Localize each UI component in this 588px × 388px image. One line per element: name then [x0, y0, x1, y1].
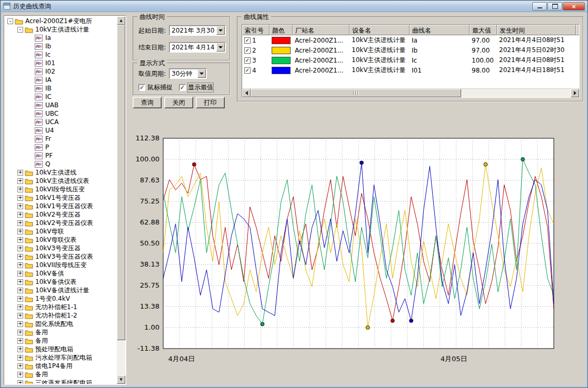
expand-icon[interactable]: + [17, 330, 23, 335]
close-button[interactable]: × [563, 2, 585, 11]
expand-icon[interactable]: + [17, 279, 23, 285]
tree-item[interactable]: +10kV母联仪表 [5, 236, 117, 244]
tree-item[interactable]: +10kV母联 [5, 227, 117, 236]
expand-icon[interactable]: + [17, 212, 23, 218]
collapse-icon[interactable]: - [7, 18, 13, 24]
scroll-left-icon[interactable] [242, 89, 251, 97]
expand-icon[interactable]: + [17, 338, 23, 344]
tree-item[interactable]: +三效蒸发系统配电箱 [5, 379, 117, 384]
tree-item[interactable]: +无功补偿柜1-1 [5, 303, 117, 311]
tree-item[interactable]: +10kV3号变压器 [5, 244, 117, 252]
tree-item[interactable]: UCA [5, 118, 117, 126]
expand-icon[interactable]: + [17, 271, 23, 277]
table-header-cell[interactable]: 最大值 [470, 25, 497, 35]
tree-item[interactable]: UBC [5, 109, 117, 118]
tree-item[interactable]: Ib [5, 42, 117, 50]
expand-icon[interactable]: + [17, 254, 23, 260]
tree-item[interactable]: +10kV2号变压器 [5, 210, 117, 219]
start-date-dropdown-icon[interactable] [216, 26, 225, 35]
expand-icon[interactable]: + [17, 229, 23, 234]
expand-icon[interactable]: + [17, 380, 23, 384]
table-hscrollbar[interactable] [242, 88, 579, 97]
table-header-cell[interactable]: 颜色 [270, 25, 293, 35]
maximize-button[interactable] [547, 2, 562, 11]
tree-item[interactable]: +备用 [5, 328, 117, 336]
expand-icon[interactable]: + [17, 355, 23, 361]
tree-scrollbar[interactable]: ▲ ▼ [117, 16, 125, 384]
end-date-dropdown-icon[interactable] [216, 43, 225, 52]
expand-icon[interactable]: + [17, 296, 23, 302]
end-date-select[interactable]: 2021年 4月14 [169, 42, 226, 53]
tree-item[interactable]: +预处理配电箱 [5, 345, 117, 353]
hscrollbar-thumb[interactable] [251, 89, 461, 97]
table-row[interactable]: ✓1Acrel-2000Z1...10kV主供进线计量Ia97.002021年4… [242, 35, 579, 45]
show-extremes-checkbox[interactable]: ✓ 显示最值 [179, 83, 213, 92]
tree-item[interactable]: +10kVII段母线压变 [5, 261, 117, 269]
tree-item[interactable]: +10kV3号变压器仪表 [5, 252, 117, 261]
expand-icon[interactable]: + [17, 304, 23, 310]
row-checkbox[interactable]: ✓ [244, 37, 251, 44]
query-button[interactable]: 查询 [133, 97, 162, 108]
collapse-icon[interactable]: - [17, 27, 23, 33]
expand-icon[interactable]: + [17, 313, 23, 319]
expand-icon[interactable]: + [17, 288, 23, 293]
tree-item[interactable]: +1号变0.4kV [5, 294, 117, 303]
tree-item[interactable]: P [5, 143, 117, 151]
row-checkbox[interactable]: ✓ [244, 47, 251, 54]
tree-item[interactable]: UAB [5, 101, 117, 109]
expand-icon[interactable]: + [17, 246, 23, 251]
expand-icon[interactable]: + [17, 346, 23, 352]
tree-item[interactable]: PF [5, 151, 117, 160]
expand-icon[interactable]: + [17, 321, 23, 327]
tree-item[interactable]: +10kVI段母线压变 [5, 185, 117, 193]
tree-item[interactable]: +10kV主供进线仪表 [5, 177, 117, 185]
expand-icon[interactable]: + [17, 363, 23, 369]
tree-item[interactable]: -Acrel-2000Z1#变电所 [5, 17, 117, 25]
expand-icon[interactable]: + [17, 187, 23, 192]
table-header-cell[interactable]: 索引号 [242, 25, 270, 35]
tree-item[interactable]: Q [5, 160, 117, 168]
tree-item[interactable]: +污水处理车间配电箱 [5, 353, 117, 362]
expand-icon[interactable]: + [17, 237, 23, 243]
table-header-cell[interactable]: 设备名 [350, 25, 410, 35]
titlebar[interactable]: 历史曲线查询 × [1, 1, 587, 12]
minimize-button[interactable] [532, 2, 547, 11]
tree-item[interactable]: Fr [5, 135, 117, 143]
tree-item[interactable]: +10kV主供进线 [5, 168, 117, 177]
table-header-cell[interactable]: 曲线名 [410, 25, 470, 35]
tree-item[interactable]: +10kV备供 [5, 269, 117, 278]
table-row[interactable]: ✓2Acrel-2000Z1...10kV主供进线计量Ib97.002021年4… [242, 45, 579, 55]
tree-item[interactable]: +备用 [5, 370, 117, 379]
tree-item[interactable]: +固化系统配电 [5, 320, 117, 328]
close-action-button[interactable]: 关闭 [164, 97, 193, 108]
tree-item[interactable]: +10kV1号变压器仪表 [5, 202, 117, 210]
row-checkbox[interactable]: ✓ [244, 67, 251, 74]
scroll-up-icon[interactable]: ▲ [117, 16, 125, 25]
table-row[interactable]: ✓3Acrel-2000Z1...10kV主供进线计量Ic100.002021年… [242, 55, 579, 65]
tree-item[interactable]: +10kV2号变压器仪表 [5, 219, 117, 227]
expand-icon[interactable]: + [17, 195, 23, 201]
row-checkbox[interactable]: ✓ [244, 57, 251, 64]
tree-item[interactable]: +10kV1号变压器 [5, 193, 117, 202]
tree-scrollbar-thumb[interactable] [117, 25, 125, 340]
tree-item[interactable]: IA [5, 76, 117, 84]
expand-icon[interactable]: + [17, 220, 23, 226]
expand-icon[interactable]: + [17, 372, 23, 377]
tree-item[interactable]: IC [5, 93, 117, 101]
tree-item[interactable]: +10kV备供进线计量 [5, 286, 117, 294]
scroll-right-icon[interactable] [571, 89, 579, 97]
start-date-select[interactable]: 2021年 3月30 [169, 25, 226, 36]
tree-item[interactable]: +备用 [5, 336, 117, 345]
expand-icon[interactable]: + [17, 262, 23, 268]
scroll-down-icon[interactable]: ▼ [117, 375, 125, 384]
period-select[interactable]: 30分钟 [169, 68, 207, 79]
table-row[interactable]: ✓4Acrel-2000Z1...10kV主供进线计量I0198.002021年… [242, 65, 579, 75]
tree-item[interactable]: Ic [5, 50, 117, 59]
expand-icon[interactable]: + [17, 178, 23, 184]
table-header-cell[interactable]: 厂站名 [293, 25, 350, 35]
mouse-capture-checkbox[interactable]: ✓ 鼠标捕捉 [138, 83, 173, 92]
tree-item[interactable]: Ia [5, 34, 117, 42]
print-button[interactable]: 打印 [196, 97, 225, 108]
tree-item[interactable]: IB [5, 84, 117, 93]
expand-icon[interactable]: + [17, 170, 23, 176]
